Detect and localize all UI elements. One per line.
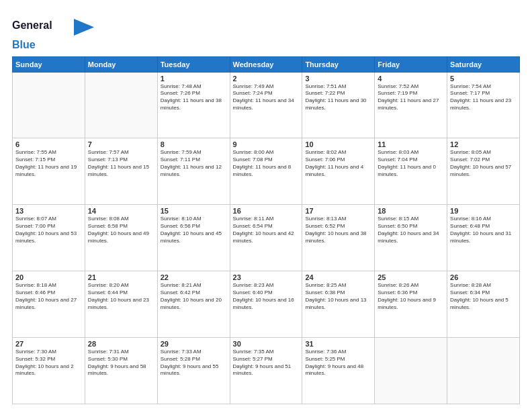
calendar-cell: 7Sunrise: 7:57 AMSunset: 7:13 PMDaylight… <box>85 138 157 205</box>
day-number: 31 <box>305 340 371 348</box>
day-info: Sunrise: 8:02 AMSunset: 7:06 PMDaylight:… <box>305 149 371 178</box>
day-number: 18 <box>378 207 444 215</box>
calendar-cell <box>13 72 85 138</box>
logo-text: General Blue <box>12 12 107 51</box>
calendar-cell: 3Sunrise: 7:51 AMSunset: 7:22 PMDaylight… <box>302 72 375 138</box>
calendar-cell: 24Sunrise: 8:25 AMSunset: 6:38 PMDayligh… <box>302 271 375 338</box>
calendar-cell: 13Sunrise: 8:07 AMSunset: 7:00 PMDayligh… <box>13 205 85 271</box>
weekday-header-saturday: Saturday <box>447 56 520 72</box>
calendar-cell <box>375 338 447 404</box>
weekday-header-monday: Monday <box>85 56 157 72</box>
calendar-cell: 27Sunrise: 7:30 AMSunset: 5:32 PMDayligh… <box>13 338 85 404</box>
calendar-cell: 12Sunrise: 8:05 AMSunset: 7:02 PMDayligh… <box>447 138 520 205</box>
calendar-cell: 14Sunrise: 8:08 AMSunset: 6:58 PMDayligh… <box>85 205 157 271</box>
calendar-cell: 31Sunrise: 7:36 AMSunset: 5:25 PMDayligh… <box>302 338 375 404</box>
day-number: 26 <box>450 273 517 281</box>
day-info: Sunrise: 8:03 AMSunset: 7:04 PMDaylight:… <box>378 149 444 178</box>
calendar-cell: 20Sunrise: 8:18 AMSunset: 6:46 PMDayligh… <box>13 271 85 338</box>
day-number: 5 <box>450 75 517 83</box>
day-info: Sunrise: 8:18 AMSunset: 6:46 PMDaylight:… <box>15 282 82 311</box>
day-number: 23 <box>233 273 300 281</box>
calendar-cell: 8Sunrise: 7:59 AMSunset: 7:11 PMDaylight… <box>157 138 230 205</box>
day-info: Sunrise: 8:11 AMSunset: 6:54 PMDaylight:… <box>233 216 300 244</box>
day-number: 28 <box>88 340 154 348</box>
day-info: Sunrise: 7:30 AMSunset: 5:32 PMDaylight:… <box>15 349 82 377</box>
calendar-table: SundayMondayTuesdayWednesdayThursdayFrid… <box>12 56 520 404</box>
day-number: 15 <box>161 207 227 215</box>
day-number: 12 <box>450 140 517 148</box>
day-info: Sunrise: 7:51 AMSunset: 7:22 PMDaylight:… <box>305 83 371 112</box>
calendar-cell <box>447 338 520 404</box>
calendar-cell: 28Sunrise: 7:31 AMSunset: 5:30 PMDayligh… <box>85 338 157 404</box>
day-info: Sunrise: 8:16 AMSunset: 6:48 PMDaylight:… <box>450 216 517 244</box>
calendar-cell: 11Sunrise: 8:03 AMSunset: 7:04 PMDayligh… <box>375 138 447 205</box>
calendar-cell: 9Sunrise: 8:00 AMSunset: 7:08 PMDaylight… <box>230 138 302 205</box>
day-number: 9 <box>233 140 300 148</box>
calendar-cell <box>85 72 157 138</box>
calendar-cell: 19Sunrise: 8:16 AMSunset: 6:48 PMDayligh… <box>447 205 520 271</box>
day-number: 8 <box>161 140 227 148</box>
calendar-cell: 10Sunrise: 8:02 AMSunset: 7:06 PMDayligh… <box>302 138 375 205</box>
week-row-5: 27Sunrise: 7:30 AMSunset: 5:32 PMDayligh… <box>13 338 520 404</box>
calendar-cell: 21Sunrise: 8:20 AMSunset: 6:44 PMDayligh… <box>85 271 157 338</box>
day-info: Sunrise: 8:28 AMSunset: 6:34 PMDaylight:… <box>450 282 517 311</box>
week-row-1: 1Sunrise: 7:48 AMSunset: 7:26 PMDaylight… <box>13 72 520 138</box>
day-info: Sunrise: 8:00 AMSunset: 7:08 PMDaylight:… <box>233 149 300 178</box>
day-info: Sunrise: 8:25 AMSunset: 6:38 PMDaylight:… <box>305 282 371 311</box>
calendar-cell: 2Sunrise: 7:49 AMSunset: 7:24 PMDaylight… <box>230 72 302 138</box>
day-number: 30 <box>233 340 300 348</box>
logo: General Blue <box>12 12 107 51</box>
calendar-cell: 29Sunrise: 7:33 AMSunset: 5:28 PMDayligh… <box>157 338 230 404</box>
day-info: Sunrise: 8:05 AMSunset: 7:02 PMDaylight:… <box>450 149 517 178</box>
day-number: 3 <box>305 75 371 83</box>
day-info: Sunrise: 7:48 AMSunset: 7:26 PMDaylight:… <box>161 83 227 112</box>
day-info: Sunrise: 8:26 AMSunset: 6:36 PMDaylight:… <box>378 282 444 311</box>
day-number: 11 <box>378 140 444 148</box>
day-number: 7 <box>88 140 154 148</box>
calendar-cell: 15Sunrise: 8:10 AMSunset: 6:56 PMDayligh… <box>157 205 230 271</box>
day-info: Sunrise: 8:20 AMSunset: 6:44 PMDaylight:… <box>88 282 154 311</box>
day-number: 24 <box>305 273 371 281</box>
week-row-3: 13Sunrise: 8:07 AMSunset: 7:00 PMDayligh… <box>13 205 520 271</box>
calendar-cell: 16Sunrise: 8:11 AMSunset: 6:54 PMDayligh… <box>230 205 302 271</box>
calendar-cell: 1Sunrise: 7:48 AMSunset: 7:26 PMDaylight… <box>157 72 230 138</box>
day-number: 13 <box>15 207 82 215</box>
day-info: Sunrise: 7:35 AMSunset: 5:27 PMDaylight:… <box>233 349 300 377</box>
day-number: 16 <box>233 207 300 215</box>
day-info: Sunrise: 8:23 AMSunset: 6:40 PMDaylight:… <box>233 282 300 311</box>
day-number: 25 <box>378 273 444 281</box>
weekday-header-tuesday: Tuesday <box>157 56 230 72</box>
logo-blue: Blue <box>12 39 107 51</box>
weekday-header-sunday: Sunday <box>13 56 85 72</box>
svg-marker-0 <box>74 19 94 36</box>
day-info: Sunrise: 7:54 AMSunset: 7:17 PMDaylight:… <box>450 83 517 112</box>
calendar-cell: 25Sunrise: 8:26 AMSunset: 6:36 PMDayligh… <box>375 271 447 338</box>
logo-general: General <box>12 19 52 32</box>
day-info: Sunrise: 7:33 AMSunset: 5:28 PMDaylight:… <box>161 349 227 377</box>
calendar-cell: 5Sunrise: 7:54 AMSunset: 7:17 PMDaylight… <box>447 72 520 138</box>
calendar-cell: 26Sunrise: 8:28 AMSunset: 6:34 PMDayligh… <box>447 271 520 338</box>
day-info: Sunrise: 8:15 AMSunset: 6:50 PMDaylight:… <box>378 216 444 244</box>
weekday-header-row: SundayMondayTuesdayWednesdayThursdayFrid… <box>13 56 520 72</box>
calendar-cell: 6Sunrise: 7:55 AMSunset: 7:15 PMDaylight… <box>13 138 85 205</box>
day-info: Sunrise: 7:36 AMSunset: 5:25 PMDaylight:… <box>305 349 371 377</box>
day-info: Sunrise: 7:31 AMSunset: 5:30 PMDaylight:… <box>88 349 154 377</box>
day-info: Sunrise: 7:57 AMSunset: 7:13 PMDaylight:… <box>88 149 154 178</box>
day-number: 10 <box>305 140 371 148</box>
day-info: Sunrise: 7:52 AMSunset: 7:19 PMDaylight:… <box>378 83 444 112</box>
day-number: 4 <box>378 75 444 83</box>
calendar-cell: 30Sunrise: 7:35 AMSunset: 5:27 PMDayligh… <box>230 338 302 404</box>
week-row-4: 20Sunrise: 8:18 AMSunset: 6:46 PMDayligh… <box>13 271 520 338</box>
day-number: 14 <box>88 207 154 215</box>
logo-arrow-icon <box>54 12 107 39</box>
day-number: 6 <box>15 140 82 148</box>
day-info: Sunrise: 7:49 AMSunset: 7:24 PMDaylight:… <box>233 83 300 112</box>
day-info: Sunrise: 8:07 AMSunset: 7:00 PMDaylight:… <box>15 216 82 244</box>
calendar-cell: 17Sunrise: 8:13 AMSunset: 6:52 PMDayligh… <box>302 205 375 271</box>
day-number: 27 <box>15 340 82 348</box>
day-number: 21 <box>88 273 154 281</box>
day-number: 20 <box>15 273 82 281</box>
day-info: Sunrise: 8:21 AMSunset: 6:42 PMDaylight:… <box>161 282 227 311</box>
weekday-header-friday: Friday <box>375 56 447 72</box>
day-info: Sunrise: 8:13 AMSunset: 6:52 PMDaylight:… <box>305 216 371 244</box>
